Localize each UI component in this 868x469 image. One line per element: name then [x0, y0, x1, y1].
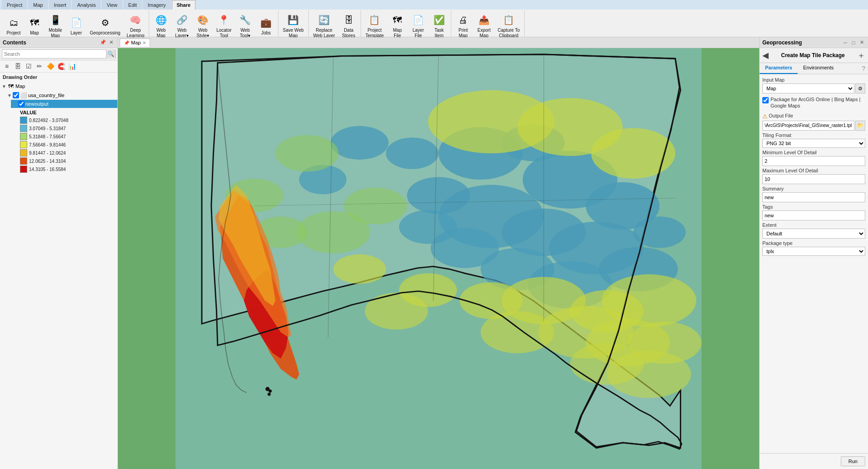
map-tab[interactable]: 📌 Map ✕	[120, 39, 150, 47]
map-view[interactable]	[118, 48, 759, 469]
extent-select[interactable]: Default	[762, 229, 865, 239]
summary-label: Summary	[762, 186, 865, 191]
geoprocessing-button[interactable]: ⚙ Geoprocessing	[87, 14, 123, 37]
layer-file-icon: 📄	[411, 13, 425, 27]
ribbon-tabs: Project Map Insert Analysis View Edit Im…	[0, 0, 868, 10]
project-template-button[interactable]: 📋 ProjectTemplate	[363, 11, 387, 40]
geo-help-button[interactable]: ?	[859, 63, 868, 74]
tab-project[interactable]: Project	[2, 0, 27, 10]
web-layer-button[interactable]: 🔗 WebLayer▾	[172, 11, 192, 40]
capture-clipboard-button[interactable]: 📋 Capture ToClipboard	[495, 11, 522, 40]
replace-web-layer-button[interactable]: 🔄 ReplaceWeb Layer	[311, 11, 338, 40]
legend-title: VALUE	[20, 109, 116, 116]
web-map-button[interactable]: 🌐 WebMap	[151, 11, 171, 40]
jobs-button[interactable]: 💼 Jobs	[256, 14, 276, 37]
tree-item-map[interactable]: ▼ 🗺 Map	[0, 82, 117, 91]
input-map-settings-button[interactable]: ⚙	[855, 83, 865, 93]
tags-input[interactable]	[762, 210, 865, 220]
export-map-icon: 📤	[477, 13, 491, 27]
legend-item-4: 9.81447 - 12.0624	[20, 149, 116, 157]
map-tab-close-button[interactable]: ✕	[142, 40, 146, 45]
summary-input[interactable]	[762, 192, 865, 202]
layer-button[interactable]: 📄 Layer	[66, 14, 86, 37]
data-stores-button[interactable]: 🗄 DataStores	[339, 11, 359, 40]
contents-close-button[interactable]: ✕	[107, 39, 115, 46]
list-by-drawing-order-button[interactable]: ≡	[2, 61, 12, 71]
search-box[interactable]: 🔍	[2, 49, 116, 59]
tiling-format-field: Tiling Format PNG 32 bit	[762, 132, 865, 148]
search-input[interactable]	[2, 51, 106, 57]
tiling-format-select[interactable]: PNG 32 bit	[762, 139, 865, 148]
locator-tool-button[interactable]: 📍 LocatorTool	[214, 11, 234, 40]
tree-item-newoutput[interactable]: newoutput	[11, 100, 117, 108]
legend-label-1: 3.07049 - 5.31847	[29, 126, 66, 131]
web-style-button[interactable]: 🎨 WebStyle▾	[193, 11, 213, 40]
tab-insert[interactable]: Insert	[49, 0, 72, 10]
package-checkbox[interactable]	[762, 97, 769, 103]
output-file-input[interactable]	[762, 121, 854, 131]
contents-pin-button[interactable]: 📌	[99, 39, 107, 46]
input-map-select[interactable]: Map	[762, 83, 854, 93]
min-level-label: Minimum Level Of Detail	[762, 150, 865, 155]
legend-label-5: 12.0625 - 14.3104	[29, 159, 66, 164]
list-by-data-source-button[interactable]: 🗄	[13, 61, 23, 71]
tree-item-usa-country[interactable]: ▼ ⬜ usa_country_file	[5, 91, 117, 100]
tab-view[interactable]: View	[102, 0, 122, 10]
package-type-select[interactable]: tplx	[762, 247, 865, 256]
data-stores-icon: 🗄	[341, 13, 356, 27]
legend-item-0: 0.822492 - 3.07048	[20, 116, 116, 124]
usa-country-checkbox[interactable]	[13, 92, 19, 98]
edit-button[interactable]: ✏	[34, 61, 44, 71]
tab-imagery[interactable]: Imagery	[143, 0, 171, 10]
web-tool-button[interactable]: 🔧 WebTool▾	[235, 11, 255, 40]
contents-icon-toolbar: ≡ 🗄 ☑ ✏ 🔶 🧲 📊	[0, 60, 117, 73]
tab-analysis[interactable]: Analysis	[72, 0, 101, 10]
geo-add-button[interactable]: ＋	[857, 50, 865, 61]
svg-point-17	[399, 210, 457, 244]
export-map-button[interactable]: 📤 ExportMap	[474, 11, 494, 40]
legend-item-3: 7.56648 - 9.81446	[20, 141, 116, 149]
max-level-input[interactable]	[762, 174, 865, 184]
extent-field: Extent Default	[762, 222, 865, 239]
svg-point-45	[268, 390, 272, 393]
tab-map[interactable]: Map	[28, 0, 48, 10]
newoutput-checkbox[interactable]	[18, 101, 24, 107]
map-button[interactable]: 🗺 Map	[24, 14, 44, 37]
chart-button[interactable]: 📊	[67, 61, 77, 71]
geo-back-button[interactable]: ◀	[762, 50, 769, 60]
search-icon[interactable]: 🔍	[106, 49, 115, 59]
mobile-map-button[interactable]: 📱 MobileMap	[45, 11, 65, 40]
print-map-button[interactable]: 🖨 PrintMap	[453, 11, 473, 40]
map-folder-icon: 🗺	[7, 83, 15, 90]
ribbon: Project Map Insert Analysis View Edit Im…	[0, 0, 868, 37]
tab-edit[interactable]: Edit	[123, 0, 142, 10]
map-tree-label: Map	[15, 83, 25, 89]
svg-point-11	[386, 137, 439, 169]
map-file-button[interactable]: 🗺 MapFile	[387, 11, 407, 40]
snapping-button[interactable]: 🧲	[56, 61, 66, 71]
web-style-icon: 🎨	[195, 13, 210, 27]
deep-learning-button[interactable]: 🧠 DeepLearning	[124, 11, 147, 40]
min-level-input[interactable]	[762, 156, 865, 166]
save-web-button[interactable]: 💾 Save WebMap	[280, 11, 307, 40]
symbology-button[interactable]: 🔶	[45, 61, 55, 71]
run-button[interactable]: Run	[841, 456, 865, 466]
layer-file-button[interactable]: 📄 LayerFile	[408, 11, 428, 40]
output-file-browse-button[interactable]: 📁	[855, 121, 865, 131]
geo-close-button[interactable]: ✕	[858, 39, 865, 46]
geo-tab-parameters[interactable]: Parameters	[760, 63, 798, 74]
geo-minimize-button[interactable]: ─	[842, 39, 849, 46]
geo-maximize-button[interactable]: □	[850, 39, 857, 46]
list-by-selection-button[interactable]: ☑	[24, 61, 34, 71]
input-map-field: Input Map Map ⚙	[762, 77, 865, 93]
usa-expand-icon: ▼	[7, 93, 13, 98]
geoprocessing-tabs: Parameters Environments ?	[760, 63, 868, 74]
print-map-icon: 🖨	[456, 13, 470, 27]
tab-share[interactable]: Share	[172, 0, 196, 10]
map-label: Map	[30, 30, 39, 36]
map-tab-bar: 📌 Map ✕	[118, 37, 759, 48]
contents-panel-header: Contents 📌 ✕	[0, 37, 117, 48]
project-button[interactable]: 🗂 Project	[4, 14, 24, 37]
geo-tab-environments[interactable]: Environments	[798, 63, 839, 74]
task-item-button[interactable]: ✅ TaskItem	[429, 11, 449, 40]
